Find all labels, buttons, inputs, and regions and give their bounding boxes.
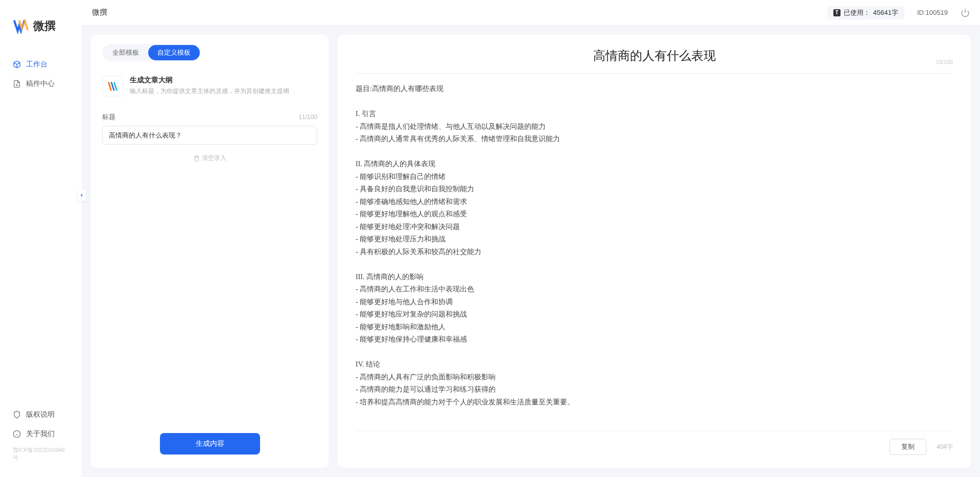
copy-button[interactable]: 复制 xyxy=(890,439,926,455)
tab-custom-template[interactable]: 自定义模板 xyxy=(148,45,200,60)
doc-icon xyxy=(13,80,21,88)
output-char-count: 404字 xyxy=(937,443,953,451)
logo-text: 微撰 xyxy=(33,18,56,34)
app-title: 微撰 xyxy=(92,8,107,17)
nav-label: 工作台 xyxy=(26,60,48,69)
icp-text: 鄂ICP备2022016946号 xyxy=(0,444,82,464)
output-body: 题目:高情商的人有哪些表现 I. 引言 - 高情商是指人们处理情绪、与他人互动以… xyxy=(356,83,953,425)
clear-label: 清空录入 xyxy=(202,154,226,163)
topbar: 微撰 T 已使用： 45641字 ID:100519 xyxy=(82,0,980,26)
template-title: 生成文章大纲 xyxy=(130,76,289,85)
sidebar-item-copyright[interactable]: 版权说明 xyxy=(0,405,82,424)
field-label-title: 标题 xyxy=(102,112,115,122)
info-icon xyxy=(13,430,21,438)
cube-icon xyxy=(13,60,21,69)
power-icon[interactable] xyxy=(961,8,970,17)
sidebar-item-workbench[interactable]: 工作台 xyxy=(0,55,82,74)
output-title-counter: 10/100 xyxy=(936,59,953,65)
tab-all-templates[interactable]: 全部模板 xyxy=(103,45,148,60)
template-icon xyxy=(102,76,124,97)
chevron-left-icon xyxy=(79,193,84,198)
title-input[interactable] xyxy=(102,126,317,145)
title-char-counter: 11/100 xyxy=(298,113,317,121)
usage-badge: T 已使用： 45641字 xyxy=(827,6,904,19)
generate-button[interactable]: 生成内容 xyxy=(160,433,260,455)
brand-logo: 微撰 xyxy=(0,8,82,55)
usage-label: 已使用： xyxy=(844,8,870,17)
logo-icon xyxy=(13,18,29,34)
clear-input-button[interactable]: 清空录入 xyxy=(102,154,317,163)
nav-label: 版权说明 xyxy=(26,410,55,419)
output-title: 高情商的人有什么表现 xyxy=(356,48,953,64)
sidebar: 微撰 工作台 稿件中心 版权说明 关于我们 鄂ICP备202201 xyxy=(0,0,82,477)
nav-label: 稿件中心 xyxy=(26,79,55,88)
usage-value: 45641字 xyxy=(873,8,898,17)
output-panel: 高情商的人有什么表现 10/100 题目:高情商的人有哪些表现 I. 引言 - … xyxy=(338,35,971,468)
sidebar-collapse-toggle[interactable] xyxy=(78,189,86,201)
sidebar-item-about[interactable]: 关于我们 xyxy=(0,424,82,444)
sidebar-item-drafts[interactable]: 稿件中心 xyxy=(0,74,82,94)
shield-icon xyxy=(13,411,21,419)
text-badge-icon: T xyxy=(833,9,841,16)
template-desc: 输入标题，为你提供文章主体的灵感，并为其创建推文提纲 xyxy=(130,87,289,96)
user-id: ID:100519 xyxy=(917,9,948,16)
input-panel: 全部模板 自定义模板 生成文章大纲 输入标题，为你提供文章主体的灵感，并为其创建… xyxy=(91,35,329,468)
template-tabs: 全部模板 自定义模板 xyxy=(102,44,201,61)
trash-icon xyxy=(194,155,200,162)
nav-label: 关于我们 xyxy=(26,429,55,439)
template-card: 生成文章大纲 输入标题，为你提供文章主体的灵感，并为其创建推文提纲 xyxy=(102,71,317,102)
